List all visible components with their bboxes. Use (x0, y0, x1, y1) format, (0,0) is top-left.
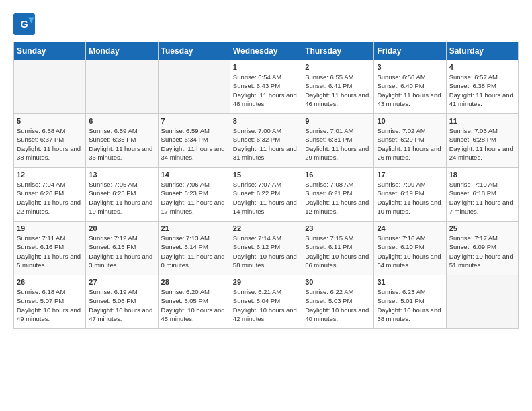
sunset-text: Sunset: 6:41 PM (305, 81, 371, 90)
sunset-text: Sunset: 5:05 PM (161, 296, 227, 305)
sunrise-text: Sunrise: 7:14 AM (233, 234, 299, 242)
cell-info: Sunrise: 7:08 AM Sunset: 6:21 PM Dayligh… (305, 180, 371, 216)
calendar-cell (158, 60, 230, 114)
daylight-text: Daylight: 10 hours and 45 minutes. (161, 306, 227, 324)
day-number: 1 (233, 63, 299, 71)
cell-info: Sunrise: 7:06 AM Sunset: 6:23 PM Dayligh… (161, 180, 227, 216)
daylight-text: Daylight: 11 hours and 41 minutes. (449, 91, 515, 109)
cell-info: Sunrise: 6:56 AM Sunset: 6:40 PM Dayligh… (377, 73, 443, 108)
sunrise-text: Sunrise: 6:55 AM (305, 73, 371, 81)
day-number: 4 (449, 63, 515, 71)
cell-info: Sunrise: 7:11 AM Sunset: 6:16 PM Dayligh… (17, 234, 83, 269)
sunrise-text: Sunrise: 7:05 AM (89, 180, 154, 189)
daylight-text: Daylight: 11 hours and 7 minutes. (449, 198, 515, 216)
daylight-text: Daylight: 10 hours and 42 minutes. (233, 306, 299, 324)
sunrise-text: Sunrise: 7:10 AM (449, 180, 515, 189)
daylight-text: Daylight: 11 hours and 5 minutes. (17, 252, 83, 270)
daylight-text: Daylight: 11 hours and 22 minutes. (17, 198, 83, 216)
day-number: 11 (449, 117, 515, 125)
daylight-text: Daylight: 11 hours and 19 minutes. (89, 198, 154, 216)
daylight-text: Daylight: 11 hours and 38 minutes. (17, 144, 83, 163)
day-number: 27 (89, 278, 154, 286)
sunrise-text: Sunrise: 7:03 AM (449, 126, 515, 135)
sunrise-text: Sunrise: 6:21 AM (233, 287, 299, 296)
calendar-cell: 3 Sunrise: 6:56 AM Sunset: 6:40 PM Dayli… (374, 60, 446, 114)
sunrise-text: Sunrise: 6:59 AM (89, 126, 154, 135)
calendar-cell: 29 Sunrise: 6:21 AM Sunset: 5:04 PM Dayl… (230, 275, 302, 329)
cell-info: Sunrise: 7:05 AM Sunset: 6:25 PM Dayligh… (89, 180, 154, 216)
cell-info: Sunrise: 6:23 AM Sunset: 5:01 PM Dayligh… (377, 287, 443, 323)
sunset-text: Sunset: 5:04 PM (233, 296, 299, 305)
calendar-week-1: 1 Sunrise: 6:54 AM Sunset: 6:43 PM Dayli… (14, 60, 519, 114)
sunrise-text: Sunrise: 7:07 AM (233, 180, 299, 189)
day-header-wednesday: Wednesday (230, 42, 302, 60)
calendar-cell: 2 Sunrise: 6:55 AM Sunset: 6:41 PM Dayli… (302, 60, 374, 114)
day-number: 5 (17, 117, 83, 125)
calendar-cell: 26 Sunrise: 6:18 AM Sunset: 5:07 PM Dayl… (14, 275, 86, 329)
cell-info: Sunrise: 6:21 AM Sunset: 5:04 PM Dayligh… (233, 287, 299, 323)
sunset-text: Sunset: 6:31 PM (305, 135, 371, 144)
cell-info: Sunrise: 6:58 AM Sunset: 6:37 PM Dayligh… (17, 126, 83, 162)
sunset-text: Sunset: 5:07 PM (17, 296, 83, 305)
cell-info: Sunrise: 7:14 AM Sunset: 6:12 PM Dayligh… (233, 234, 299, 269)
cell-info: Sunrise: 7:02 AM Sunset: 6:29 PM Dayligh… (377, 126, 443, 162)
sunrise-text: Sunrise: 7:00 AM (233, 126, 299, 135)
day-number: 20 (89, 224, 154, 232)
sunset-text: Sunset: 5:03 PM (305, 296, 371, 305)
cell-info: Sunrise: 7:12 AM Sunset: 6:15 PM Dayligh… (89, 234, 154, 269)
daylight-text: Daylight: 11 hours and 48 minutes. (233, 91, 299, 109)
day-number: 31 (377, 278, 443, 286)
day-number: 30 (305, 278, 371, 286)
sunset-text: Sunset: 6:19 PM (377, 189, 443, 197)
calendar-week-2: 5 Sunrise: 6:58 AM Sunset: 6:37 PM Dayli… (14, 114, 519, 168)
day-header-thursday: Thursday (302, 42, 374, 60)
day-number: 16 (305, 171, 371, 179)
logo-icon: G (13, 13, 35, 35)
cell-info: Sunrise: 7:03 AM Sunset: 6:28 PM Dayligh… (449, 126, 515, 162)
calendar-cell: 10 Sunrise: 7:02 AM Sunset: 6:29 PM Dayl… (374, 114, 446, 168)
sunset-text: Sunset: 6:12 PM (233, 242, 299, 251)
calendar-cell: 30 Sunrise: 6:22 AM Sunset: 5:03 PM Dayl… (302, 275, 374, 329)
calendar-cell: 4 Sunrise: 6:57 AM Sunset: 6:38 PM Dayli… (446, 60, 518, 114)
day-number: 12 (17, 171, 83, 179)
daylight-text: Daylight: 11 hours and 29 minutes. (305, 144, 371, 163)
calendar-week-3: 12 Sunrise: 7:04 AM Sunset: 6:26 PM Dayl… (14, 168, 519, 222)
daylight-text: Daylight: 10 hours and 40 minutes. (305, 306, 371, 324)
day-header-sunday: Sunday (14, 42, 86, 60)
sunrise-text: Sunrise: 7:02 AM (377, 126, 443, 135)
sunrise-text: Sunrise: 6:59 AM (161, 126, 227, 135)
calendar-cell: 21 Sunrise: 7:13 AM Sunset: 6:14 PM Dayl… (158, 222, 230, 275)
day-header-saturday: Saturday (446, 42, 518, 60)
calendar-cell: 18 Sunrise: 7:10 AM Sunset: 6:18 PM Dayl… (446, 168, 518, 222)
sunset-text: Sunset: 6:32 PM (233, 135, 299, 144)
sunset-text: Sunset: 6:35 PM (89, 135, 154, 144)
daylight-text: Daylight: 10 hours and 51 minutes. (449, 252, 515, 270)
sunrise-text: Sunrise: 7:12 AM (89, 234, 154, 242)
day-number: 21 (161, 224, 227, 232)
calendar-week-5: 26 Sunrise: 6:18 AM Sunset: 5:07 PM Dayl… (14, 275, 519, 329)
calendar-cell: 15 Sunrise: 7:07 AM Sunset: 6:22 PM Dayl… (230, 168, 302, 222)
cell-info: Sunrise: 7:13 AM Sunset: 6:14 PM Dayligh… (161, 234, 227, 269)
day-number: 28 (161, 278, 227, 286)
daylight-text: Daylight: 10 hours and 47 minutes. (89, 306, 154, 324)
day-number: 2 (305, 63, 371, 71)
calendar-cell: 24 Sunrise: 7:16 AM Sunset: 6:10 PM Dayl… (374, 222, 446, 275)
day-number: 8 (233, 117, 299, 125)
calendar-table: SundayMondayTuesdayWednesdayThursdayFrid… (13, 42, 519, 329)
sunset-text: Sunset: 5:01 PM (377, 296, 443, 305)
calendar-cell: 1 Sunrise: 6:54 AM Sunset: 6:43 PM Dayli… (230, 60, 302, 114)
sunset-text: Sunset: 6:22 PM (233, 189, 299, 197)
sunset-text: Sunset: 6:37 PM (17, 135, 83, 144)
sunset-text: Sunset: 5:06 PM (89, 296, 154, 305)
sunrise-text: Sunrise: 6:57 AM (449, 73, 515, 81)
day-header-tuesday: Tuesday (158, 42, 230, 60)
sunset-text: Sunset: 6:18 PM (449, 189, 515, 197)
day-number: 9 (305, 117, 371, 125)
logo: G (13, 13, 39, 35)
sunrise-text: Sunrise: 6:23 AM (377, 287, 443, 296)
sunset-text: Sunset: 6:15 PM (89, 242, 154, 251)
day-number: 14 (161, 171, 227, 179)
day-number: 3 (377, 63, 443, 71)
day-number: 22 (233, 224, 299, 232)
day-number: 6 (89, 117, 154, 125)
